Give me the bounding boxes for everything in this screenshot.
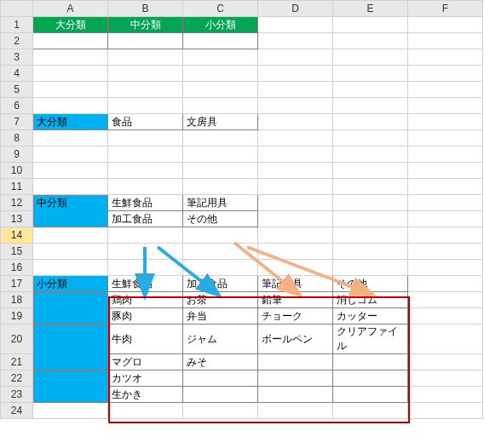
- cell[interactable]: クリアファイル: [333, 325, 408, 354]
- cell[interactable]: 弁当: [183, 308, 258, 325]
- cell[interactable]: [408, 276, 483, 292]
- cell[interactable]: [408, 179, 483, 195]
- cell[interactable]: [258, 179, 333, 195]
- cell[interactable]: [408, 260, 483, 276]
- row-header[interactable]: 18: [1, 292, 33, 308]
- cell[interactable]: [33, 354, 108, 370]
- cell[interactable]: [408, 292, 483, 308]
- cell[interactable]: [333, 17, 408, 33]
- row-header[interactable]: 22: [1, 370, 33, 387]
- row-header[interactable]: 20: [1, 325, 33, 354]
- row-header[interactable]: 16: [1, 260, 33, 276]
- spreadsheet-grid[interactable]: A B C D E F 1 大分類 中分類 小分類 2 3 4 5 6 7 大分…: [0, 0, 483, 419]
- cell[interactable]: [33, 66, 108, 82]
- cell[interactable]: [108, 49, 183, 66]
- cell[interactable]: [108, 130, 183, 146]
- cell[interactable]: [108, 98, 183, 114]
- row-header[interactable]: 6: [1, 98, 33, 114]
- cell[interactable]: [183, 82, 258, 98]
- cell[interactable]: [333, 98, 408, 114]
- cell[interactable]: [183, 98, 258, 114]
- cell[interactable]: [258, 114, 333, 130]
- cell[interactable]: [183, 130, 258, 146]
- cell[interactable]: 小分類: [33, 276, 108, 292]
- cell[interactable]: 筆記用具: [258, 276, 333, 292]
- corner-cell[interactable]: [1, 1, 33, 17]
- cell[interactable]: [183, 66, 258, 82]
- row-header[interactable]: 17: [1, 276, 33, 292]
- cell[interactable]: [258, 130, 333, 146]
- cell[interactable]: [333, 387, 408, 403]
- cell[interactable]: [408, 33, 483, 49]
- cell[interactable]: 大分類: [33, 114, 108, 130]
- cell[interactable]: [408, 227, 483, 244]
- cell[interactable]: [183, 49, 258, 66]
- cell[interactable]: 大分類: [33, 17, 108, 33]
- cell[interactable]: [108, 260, 183, 276]
- col-header[interactable]: B: [108, 1, 183, 17]
- row-header[interactable]: 5: [1, 82, 33, 98]
- cell[interactable]: [258, 387, 333, 403]
- cell[interactable]: [333, 49, 408, 66]
- cell[interactable]: チョーク: [258, 308, 333, 325]
- cell[interactable]: [33, 325, 108, 354]
- cell[interactable]: [33, 82, 108, 98]
- cell[interactable]: [408, 195, 483, 211]
- cell[interactable]: [333, 244, 408, 260]
- cell[interactable]: [33, 387, 108, 403]
- cell[interactable]: 加工食品: [108, 211, 183, 227]
- cell[interactable]: [408, 82, 483, 98]
- cell[interactable]: [258, 82, 333, 98]
- cell[interactable]: [183, 370, 258, 387]
- cell[interactable]: [33, 308, 108, 325]
- cell[interactable]: 小分類: [183, 17, 258, 33]
- cell[interactable]: 中分類: [108, 17, 183, 33]
- cell[interactable]: [183, 33, 258, 49]
- cell[interactable]: [258, 66, 333, 82]
- row-header[interactable]: 12: [1, 195, 33, 211]
- cell[interactable]: [108, 403, 183, 419]
- row-header[interactable]: 11: [1, 179, 33, 195]
- cell[interactable]: [333, 66, 408, 82]
- cell[interactable]: ボールペン: [258, 325, 333, 354]
- row-header[interactable]: 13: [1, 211, 33, 227]
- cell[interactable]: [33, 244, 108, 260]
- cell[interactable]: [408, 370, 483, 387]
- cell[interactable]: [258, 195, 333, 211]
- cell[interactable]: [408, 211, 483, 227]
- cell[interactable]: [258, 403, 333, 419]
- cell[interactable]: [408, 387, 483, 403]
- cell[interactable]: [183, 227, 258, 244]
- row-header[interactable]: 21: [1, 354, 33, 370]
- cell[interactable]: [333, 195, 408, 211]
- cell[interactable]: 食品: [108, 114, 183, 130]
- cell[interactable]: 筆記用具: [183, 195, 258, 211]
- cell[interactable]: 生鮮食品: [108, 195, 183, 211]
- row-header[interactable]: 9: [1, 146, 33, 163]
- cell[interactable]: [408, 244, 483, 260]
- cell[interactable]: [333, 130, 408, 146]
- cell[interactable]: [333, 179, 408, 195]
- cell[interactable]: [258, 98, 333, 114]
- row-header[interactable]: 3: [1, 49, 33, 66]
- cell[interactable]: [333, 227, 408, 244]
- cell[interactable]: [258, 33, 333, 49]
- cell[interactable]: [33, 33, 108, 49]
- cell[interactable]: [33, 403, 108, 419]
- cell[interactable]: [183, 244, 258, 260]
- cell[interactable]: [108, 227, 183, 244]
- cell[interactable]: [408, 403, 483, 419]
- cell[interactable]: [408, 66, 483, 82]
- cell[interactable]: 生鮮食品: [108, 276, 183, 292]
- row-header[interactable]: 14: [1, 227, 33, 244]
- col-header[interactable]: A: [33, 1, 108, 17]
- cell[interactable]: [258, 227, 333, 244]
- cell[interactable]: [408, 130, 483, 146]
- row-header[interactable]: 19: [1, 308, 33, 325]
- cell[interactable]: カツオ: [108, 370, 183, 387]
- cell[interactable]: 加工食品: [183, 276, 258, 292]
- row-header[interactable]: 1: [1, 17, 33, 33]
- cell[interactable]: [108, 146, 183, 163]
- cell[interactable]: [183, 163, 258, 179]
- cell[interactable]: [333, 82, 408, 98]
